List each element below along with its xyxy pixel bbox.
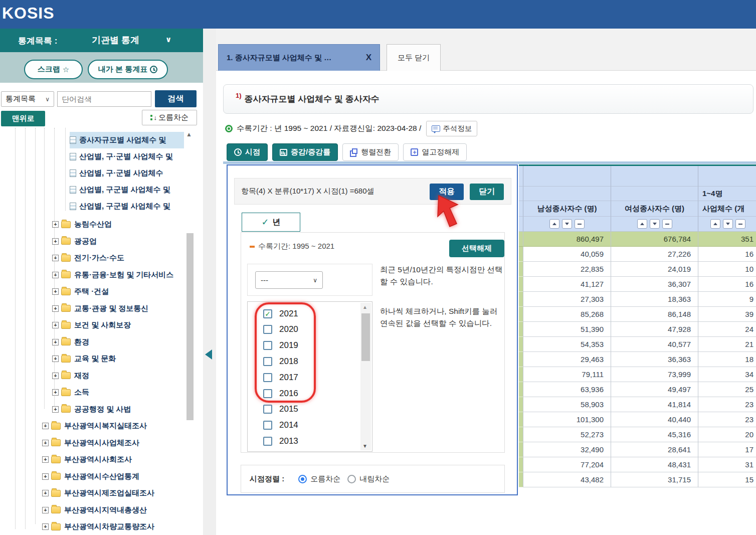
expand-icon[interactable]: + xyxy=(42,440,49,446)
close-icon[interactable]: X xyxy=(366,53,371,63)
tree-scrollbar[interactable]: ▲ xyxy=(185,128,195,535)
expand-icon[interactable]: + xyxy=(52,221,59,228)
radio-selected-icon[interactable] xyxy=(298,475,307,483)
checkbox-icon[interactable] xyxy=(263,437,272,446)
table-row[interactable]: 101,30040,44023 xyxy=(519,412,756,427)
sidebar-item-folder[interactable]: +광공업 xyxy=(52,233,180,250)
sidebar-item-folder[interactable]: +재정 xyxy=(52,368,180,384)
search-input[interactable] xyxy=(57,91,151,107)
table-row[interactable]: 58,90341,81423 xyxy=(519,397,756,412)
table-row[interactable]: 77,20448,43131 xyxy=(519,457,756,472)
chevron-down-icon[interactable]: ∨ xyxy=(165,35,171,44)
sidebar-item-table[interactable]: 종사자규모별 사업체수 및 xyxy=(70,132,184,148)
sidebar-item-folder[interactable]: +전기·가스·수도 xyxy=(52,250,180,266)
expand-icon[interactable]: + xyxy=(42,523,49,530)
scroll-up-arrow-icon[interactable]: ▲ xyxy=(362,304,367,310)
sort-up-button[interactable] xyxy=(637,219,647,229)
table-row[interactable]: 54,35340,57721 xyxy=(519,337,756,352)
table-row[interactable]: 40,05927,22616 xyxy=(519,247,756,262)
change-rate-button[interactable]: 증감/증감률 xyxy=(272,143,338,161)
table-row[interactable]: 27,30318,3639 xyxy=(519,292,756,307)
expand-icon[interactable]: + xyxy=(42,507,49,513)
unfreeze-columns-button[interactable]: 열고정해제 xyxy=(403,143,467,161)
table-row[interactable]: 52,27345,31620 xyxy=(519,427,756,442)
sidebar-item-table[interactable]: 산업별, 구·군별 사업체수 xyxy=(70,165,177,182)
expand-icon[interactable]: + xyxy=(52,255,59,261)
search-button[interactable]: 검색 xyxy=(155,90,197,107)
sort-up-button[interactable] xyxy=(549,219,559,229)
sort-clear-button[interactable] xyxy=(735,219,745,229)
sidebar-item-folder[interactable]: +공공행정 및 사법 xyxy=(52,401,180,418)
expand-icon[interactable]: + xyxy=(52,355,59,362)
expand-icon[interactable]: + xyxy=(52,339,59,345)
table-row[interactable]: 860,497676,784351 xyxy=(519,232,756,247)
time-select-button[interactable]: 시점 xyxy=(227,143,268,161)
expand-icon[interactable]: + xyxy=(52,288,59,295)
radio-icon[interactable] xyxy=(347,475,356,483)
sidebar-item-folder[interactable]: +부산광역시지역내총생산 xyxy=(42,502,180,518)
year-list-scrollbar[interactable]: ▲ ▼ xyxy=(360,303,371,450)
tree-scrollbar-thumb[interactable] xyxy=(186,233,194,420)
scrap-button[interactable]: 스크랩 ☆ xyxy=(24,60,83,79)
expand-icon[interactable]: + xyxy=(42,490,49,496)
viewed-tables-button[interactable]: 내가 본 통계표 xyxy=(88,60,168,79)
checkbox-icon[interactable] xyxy=(263,405,272,414)
sort-down-button[interactable] xyxy=(562,219,572,229)
table-row[interactable]: 63,93649,49725 xyxy=(519,382,756,397)
sidebar-item-folder[interactable]: +교육 및 문화 xyxy=(52,350,180,367)
sidebar-item-folder[interactable]: +농림수산업 xyxy=(52,216,180,233)
transpose-button[interactable]: 행렬전환 xyxy=(342,143,399,161)
year-list-scrollbar-thumb[interactable] xyxy=(361,313,370,361)
scroll-to-top-button[interactable]: 맨위로 xyxy=(1,111,45,126)
expand-icon[interactable]: + xyxy=(52,322,59,328)
expand-icon[interactable]: + xyxy=(52,238,59,245)
kosis-logo[interactable]: KOSIS xyxy=(2,4,55,23)
table-row[interactable]: 22,83524,01910 xyxy=(519,262,756,277)
table-row[interactable]: 29,46336,36318 xyxy=(519,352,756,367)
sidebar-item-table[interactable]: 산업별, 구군별 사업체수 및 xyxy=(70,198,177,215)
search-category-select[interactable]: 통계목록 ∨ xyxy=(1,91,54,107)
table-row[interactable]: 43,48231,71515 xyxy=(519,472,756,487)
sidebar-item-folder[interactable]: +교통·관광 및 정보통신 xyxy=(52,300,180,317)
table-row[interactable]: 51,39047,92824 xyxy=(519,322,756,337)
expand-icon[interactable]: + xyxy=(52,406,59,413)
sort-clear-button[interactable] xyxy=(662,219,672,229)
sidebar-item-folder[interactable]: +주택 ·건설 xyxy=(52,283,180,300)
expand-icon[interactable]: + xyxy=(42,456,49,463)
tab-year[interactable]: ✓ 년 xyxy=(242,213,300,232)
table-row[interactable]: 32,49028,64117 xyxy=(519,442,756,457)
table-row[interactable]: 85,26886,14839 xyxy=(519,307,756,322)
quick-select-dropdown[interactable]: --- ∨ xyxy=(255,271,323,289)
sidebar-item-folder[interactable]: +소득 xyxy=(52,384,180,401)
sort-up-button[interactable] xyxy=(710,219,720,229)
deselect-all-button[interactable]: 선택해제 xyxy=(449,240,504,257)
sidebar-item-folder[interactable]: +부산광역시차량교통량조사 xyxy=(42,518,180,535)
sort-down-button[interactable] xyxy=(650,219,660,229)
close-all-tabs-button[interactable]: 모두 닫기 xyxy=(387,44,441,71)
sidebar-item-folder[interactable]: +보건 및 사회보장 xyxy=(52,317,180,333)
year-list-item[interactable]: 2013 xyxy=(248,433,358,449)
checkbox-icon[interactable] xyxy=(263,421,272,430)
table-row[interactable]: 79,11173,99934 xyxy=(519,367,756,382)
year-list-item[interactable]: 2014 xyxy=(248,418,358,433)
scroll-up-arrow-icon[interactable]: ▲ xyxy=(186,131,192,138)
sidebar-item-folder[interactable]: +부산광역시제조업실태조사 xyxy=(42,485,180,501)
close-button[interactable]: 닫기 xyxy=(470,184,504,200)
sidebar-item-folder[interactable]: +부산광역시사업체조사 xyxy=(42,435,180,451)
sidebar-item-folder[interactable]: +부산광역시수산업통계 xyxy=(42,468,180,485)
org-stats-selector[interactable]: 기관별 통계 xyxy=(92,34,139,46)
annotation-info-button[interactable]: 주석정보 xyxy=(426,121,477,136)
expand-icon[interactable]: + xyxy=(42,423,49,429)
sidebar-item-folder[interactable]: +환경 xyxy=(52,334,180,350)
expand-icon[interactable]: + xyxy=(52,305,59,312)
expand-icon[interactable]: + xyxy=(52,373,59,379)
sort-ascending-button[interactable]: ↓ 오름차순 xyxy=(142,110,197,125)
year-list-item[interactable]: 2015 xyxy=(248,402,358,417)
sidebar-item-table[interactable]: 산업별, 구군별 사업체수 및 xyxy=(70,182,177,198)
tab-active[interactable]: 1. 종사자규모별 사업체수 및 … X xyxy=(218,44,380,71)
expand-icon[interactable]: + xyxy=(52,272,59,278)
table-row[interactable]: 41,12736,30716 xyxy=(519,277,756,292)
sidebar-item-folder[interactable]: +부산광역시복지실태조사 xyxy=(42,418,180,434)
sort-clear-button[interactable] xyxy=(575,219,585,229)
collapse-sidebar-icon[interactable] xyxy=(205,349,212,360)
